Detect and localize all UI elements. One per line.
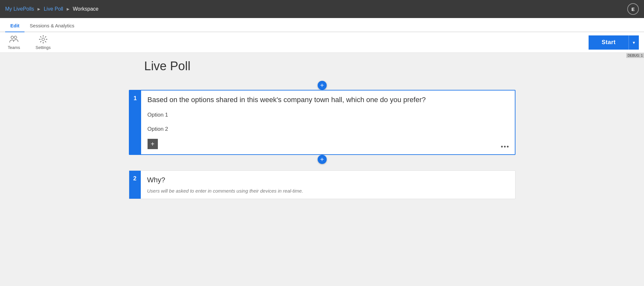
question-2-body: Why? Users will be asked to enter in com… — [141, 171, 515, 199]
question-1-card: 1 Based on the options shared in this we… — [129, 90, 515, 155]
toolbar-right: Start ▾ — [589, 35, 639, 50]
start-button[interactable]: Start — [589, 35, 629, 50]
breadcrumb-sep-1: ► — [37, 6, 41, 12]
settings-button[interactable]: Settings — [33, 33, 53, 51]
breadcrumb-livepoll[interactable]: Live Poll — [44, 6, 63, 12]
top-navbar: My LivePolls ► Live Poll ► Workspace E — [0, 0, 644, 18]
toolbar: Teams Settings Start ▾ — [0, 32, 644, 53]
start-dropdown-button[interactable]: ▾ — [629, 35, 639, 50]
question-1-option-1[interactable]: Option 1 — [148, 110, 508, 119]
tab-bar: Edit Sessions & Analytics — [0, 18, 644, 32]
plus-icon-bottom: + — [320, 156, 324, 163]
teams-label: Teams — [8, 45, 20, 50]
main-content: Live Poll + 1 Based on the options share… — [0, 53, 644, 286]
tab-edit[interactable]: Edit — [5, 20, 24, 32]
question-1-option-2[interactable]: Option 2 — [148, 125, 508, 134]
toolbar-left: Teams Settings — [5, 33, 53, 51]
more-options-button[interactable]: ••• — [501, 143, 509, 150]
question-1-text: Based on the options shared in this week… — [148, 96, 508, 104]
add-circle-top-button[interactable]: + — [318, 81, 327, 90]
plus-icon-top: + — [320, 82, 324, 89]
breadcrumb: My LivePolls ► Live Poll ► Workspace — [5, 6, 99, 12]
question-2-text: Why? — [147, 176, 509, 184]
settings-icon — [39, 35, 48, 44]
question-2-number: 2 — [129, 171, 141, 199]
teams-button[interactable]: Teams — [5, 33, 23, 51]
add-circle-bottom-button[interactable]: + — [318, 155, 327, 164]
add-option-icon: + — [151, 140, 155, 148]
question-2-card: 2 Why? Users will be asked to enter in c… — [129, 170, 515, 199]
breadcrumb-mylivepoll[interactable]: My LivePolls — [5, 6, 34, 12]
chevron-down-icon: ▾ — [633, 40, 635, 45]
more-options-icon: ••• — [501, 143, 509, 150]
debug-badge: DEBUG: 1 — [626, 53, 644, 58]
svg-point-3 — [42, 38, 44, 41]
settings-label: Settings — [35, 45, 51, 50]
svg-point-0 — [11, 36, 14, 39]
add-after-question-1: + — [129, 155, 515, 164]
poll-title: Live Poll — [144, 59, 515, 73]
avatar[interactable]: E — [627, 3, 639, 15]
question-1-body: Based on the options shared in this week… — [141, 91, 515, 154]
content-area: Live Poll + 1 Based on the options share… — [129, 59, 515, 280]
question-2-subtitle: Users will be asked to enter in comments… — [147, 188, 509, 194]
tab-sessions-analytics[interactable]: Sessions & Analytics — [24, 20, 79, 32]
question-1-number: 1 — [130, 91, 141, 154]
breadcrumb-sep-2: ► — [66, 6, 70, 12]
add-option-button[interactable]: + — [148, 139, 158, 149]
svg-point-1 — [14, 36, 17, 39]
teams-icon — [9, 35, 18, 44]
add-before-question-1: + — [129, 81, 515, 90]
breadcrumb-workspace: Workspace — [73, 6, 99, 12]
